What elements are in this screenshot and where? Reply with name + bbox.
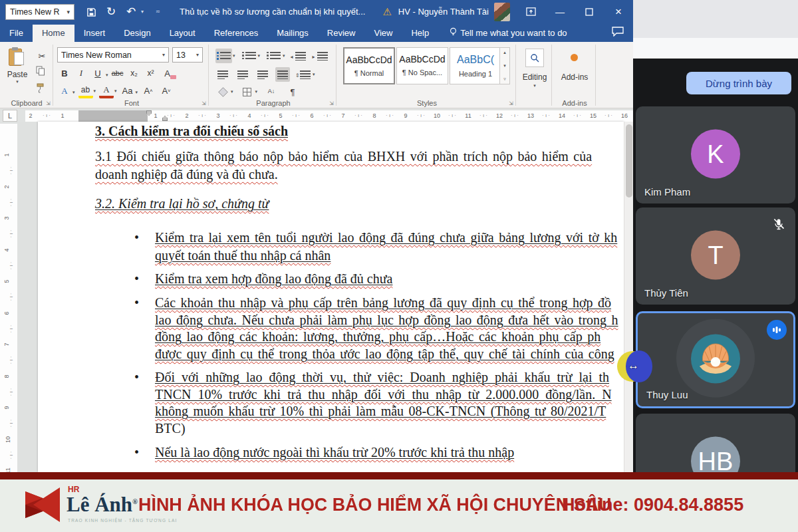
font-color-chevron-icon[interactable]: ▾ bbox=[114, 88, 117, 93]
sort-button[interactable]: A↓ bbox=[264, 84, 279, 99]
vertical-ruler[interactable]: 1· ı ·2· ı ·3· ı ·4· ı ·5· ı ·6· ı ·7· ı… bbox=[0, 124, 17, 472]
strikethrough-button[interactable]: abc bbox=[110, 66, 125, 80]
italic-button[interactable]: I bbox=[74, 66, 88, 80]
increase-indent-button[interactable]: ▸ bbox=[313, 49, 329, 63]
grow-font-button[interactable]: A bbox=[141, 84, 156, 98]
style-name: ¶ Normal bbox=[344, 69, 394, 77]
copy-icon[interactable] bbox=[36, 66, 45, 78]
style-name: ¶ No Spac... bbox=[397, 68, 448, 76]
align-center-button[interactable] bbox=[235, 67, 250, 82]
line-spacing-button[interactable]: ⇕ bbox=[295, 67, 312, 82]
style-normal[interactable]: AaBbCcDd¶ Normal bbox=[343, 47, 395, 84]
change-case-button[interactable]: Aa bbox=[120, 84, 135, 98]
highlight-chevron-icon[interactable]: ▾ bbox=[94, 88, 96, 93]
tab-mailings[interactable]: Mailings bbox=[267, 25, 318, 42]
bullets-chevron-icon[interactable]: ▾ bbox=[233, 53, 235, 59]
styles-dialog-launcher[interactable]: ⇲ bbox=[509, 100, 513, 106]
undo-chevron-icon[interactable]: ▾ bbox=[141, 9, 149, 15]
align-left-button[interactable] bbox=[215, 67, 230, 82]
highlight-button[interactable]: ab bbox=[78, 84, 93, 98]
shading-chevron-icon[interactable]: ▾ bbox=[231, 89, 233, 94]
editing-group[interactable]: Editing ▾ bbox=[517, 42, 552, 108]
quick-font-selector[interactable]: Times New R ▾ bbox=[5, 4, 74, 20]
styles-scroll[interactable]: ▴▾▿ bbox=[499, 47, 510, 84]
clipboard-dialog-launcher[interactable]: ⇲ bbox=[46, 100, 51, 106]
participant-tile-thủy-tiên[interactable]: TThủy Tiên bbox=[636, 207, 795, 305]
participant-tile-thuy-luu[interactable]: Thuy Luu bbox=[636, 311, 795, 408]
save-icon[interactable] bbox=[81, 6, 101, 18]
account-name[interactable]: HV - Nguyễn Thành Tài bbox=[398, 7, 489, 17]
background-window-strip-2 bbox=[633, 38, 798, 59]
font-dialog-launcher[interactable]: ⇲ bbox=[201, 100, 206, 106]
ruler-number: 9 bbox=[404, 112, 407, 119]
subscript-button[interactable]: x₂ bbox=[127, 66, 142, 80]
paste-button[interactable]: Paste ▾ bbox=[5, 47, 29, 84]
shrink-font-button[interactable]: A bbox=[159, 84, 174, 98]
multilevel-list-button[interactable] bbox=[265, 49, 282, 63]
tab-help[interactable]: Help bbox=[402, 25, 438, 42]
clear-formatting-button[interactable]: A bbox=[160, 66, 175, 80]
document-line: Kiểm tra xem hợp đồng lao động đã đủ chư… bbox=[155, 271, 392, 287]
tab-design[interactable]: Design bbox=[114, 25, 160, 42]
logo-name: Lê Ánh® bbox=[66, 493, 138, 517]
addins-group[interactable]: Add-ins Add-ins bbox=[553, 42, 596, 108]
pilcrow-button[interactable]: ¶ bbox=[285, 84, 300, 99]
font-name-combo[interactable]: Times New Roman▾ bbox=[57, 47, 169, 63]
tellme-label[interactable]: Tell me what you want to do bbox=[460, 28, 567, 38]
justify-button[interactable] bbox=[275, 67, 290, 82]
style-heading1[interactable]: AaBbC(Heading 1 bbox=[450, 47, 501, 84]
cut-icon[interactable]: ✂ bbox=[35, 49, 49, 63]
horizontal-ruler[interactable]: 2· ı ·11· ı ·2· ı ·3· ı ·4· ı ·5· ı ·6· … bbox=[25, 110, 633, 122]
line-spacing-chevron-icon[interactable]: ▾ bbox=[313, 72, 315, 77]
account-avatar[interactable] bbox=[494, 3, 510, 21]
ribbon-display-options-icon[interactable] bbox=[516, 0, 545, 23]
tab-selector[interactable]: L bbox=[3, 110, 17, 122]
change-case-chevron-icon[interactable]: ▾ bbox=[136, 90, 138, 94]
undo-icon[interactable]: ↶ bbox=[121, 5, 141, 19]
bold-button[interactable]: B bbox=[57, 66, 72, 80]
minimize-button[interactable]: — bbox=[545, 0, 575, 23]
participant-tile-kim-pham[interactable]: KKim Pham bbox=[636, 106, 795, 203]
tab-home[interactable]: Home bbox=[33, 25, 74, 42]
comments-icon[interactable] bbox=[612, 27, 624, 39]
decrease-indent-button[interactable]: ◂ bbox=[291, 49, 307, 63]
redo-icon[interactable]: ↻ bbox=[101, 5, 121, 19]
document-page[interactable]: 3. Cách kiểm tra đối chiếu sổ sách3.1 Đố… bbox=[38, 122, 624, 472]
underline-button[interactable]: U bbox=[90, 66, 105, 80]
styles-label: Styles bbox=[338, 99, 516, 107]
stop-presenting-button[interactable]: Dừng trình bày bbox=[686, 72, 791, 94]
style-sample: AaBbCcDd bbox=[344, 55, 394, 65]
vertical-scrollbar[interactable] bbox=[624, 122, 633, 472]
tab-insert[interactable]: Insert bbox=[74, 25, 115, 42]
tab-references[interactable]: References bbox=[205, 25, 267, 42]
tab-view[interactable]: View bbox=[364, 25, 402, 42]
style-nospac[interactable]: AaBbCcDd¶ No Spac... bbox=[396, 47, 448, 84]
tab-file[interactable]: File bbox=[0, 25, 33, 42]
shading-button[interactable] bbox=[215, 84, 230, 99]
align-right-button[interactable] bbox=[255, 67, 270, 82]
numbering-chevron-icon[interactable]: ▾ bbox=[258, 53, 261, 59]
superscript-button[interactable]: x² bbox=[144, 66, 158, 80]
numbering-button[interactable] bbox=[241, 49, 257, 63]
text-effects-button[interactable]: A bbox=[57, 84, 72, 98]
multilevel-list-chevron-icon[interactable]: ▾ bbox=[283, 53, 285, 59]
tab-layout[interactable]: Layout bbox=[160, 25, 205, 42]
borders-chevron-icon[interactable]: ▾ bbox=[255, 89, 258, 94]
word-window: Times New R ▾ ↻ ↶ ▾ ≂ Thủ tục về hồ sơ l… bbox=[0, 0, 633, 472]
font-size-combo[interactable]: 13▾ bbox=[172, 47, 203, 63]
format-painter-icon[interactable] bbox=[36, 83, 45, 96]
participant-tile-hb[interactable]: HB bbox=[636, 414, 795, 472]
title-bar: Times New R ▾ ↻ ↶ ▾ ≂ Thủ tục về hồ sơ l… bbox=[0, 0, 633, 23]
text-effects-chevron-icon[interactable]: ▾ bbox=[72, 90, 75, 94]
scrollbar-thumb[interactable] bbox=[626, 124, 632, 198]
search-icon[interactable] bbox=[525, 49, 544, 67]
underline-chevron-icon[interactable]: ▾ bbox=[106, 72, 108, 77]
font-color-button[interactable]: A bbox=[99, 84, 114, 98]
restore-button[interactable] bbox=[575, 0, 604, 23]
paragraph-dialog-launcher[interactable]: ⇲ bbox=[329, 100, 334, 106]
close-button[interactable]: × bbox=[604, 0, 633, 23]
customize-qat-icon[interactable]: ≂ bbox=[156, 9, 164, 15]
tab-review[interactable]: Review bbox=[318, 25, 365, 42]
borders-button[interactable] bbox=[240, 84, 255, 99]
bullets-button[interactable] bbox=[215, 49, 232, 63]
